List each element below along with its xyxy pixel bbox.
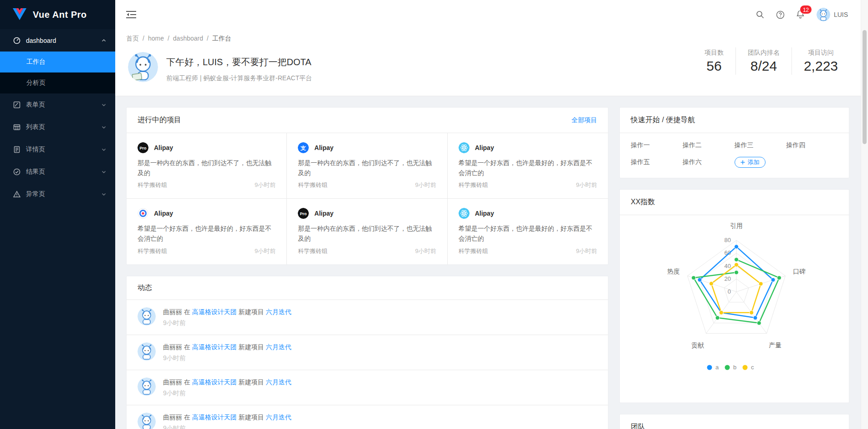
radar-card: XX指数 020406080引用口碑产量贡献热度abc [619,189,849,403]
sidebar-item-表单页[interactable]: 表单页 [0,93,115,116]
vue-logo-icon [12,7,27,22]
svg-text:0: 0 [728,288,731,295]
pro-logo-icon: Pro [138,142,148,153]
project-description: 那是一种内在的东西，他们到达不了，也无法触及的 [138,158,276,178]
sidebar-subitem-分析页[interactable]: 分析页 [0,72,115,93]
quick-link-操作五[interactable]: 操作五 [631,158,683,166]
breadcrumb-item-工作台: 工作台 [212,35,231,42]
project-title-link[interactable]: Alipay [475,210,494,217]
breadcrumb-item-home[interactable]: home [148,35,164,42]
radar-card-title: XX指数 [631,197,655,207]
quick-link-操作四[interactable]: 操作四 [786,141,838,150]
project-group-link[interactable]: 科学搬砖组 [459,181,488,189]
sidebar-subitem-工作台[interactable]: 工作台 [0,52,115,72]
project-group-link[interactable]: 科学搬砖组 [298,181,327,189]
projects-grid: Pro Alipay 那是一种内在的东西，他们到达不了，也无法触及的 科学搬砖组… [127,133,608,264]
project-group-link[interactable]: 科学搬砖组 [138,181,167,189]
project-title-link[interactable]: Alipay [314,144,333,151]
plus-icon [740,160,745,165]
alipay-icon: 支 [298,142,309,153]
activity-text: 曲丽丽 在 高逼格设计天团 新建项目 六月迭代 [163,342,291,351]
sidebar-item-label: 结果页 [26,168,45,176]
project-description: 那是一种内在的东西，他们到达不了，也无法触及的 [298,223,436,243]
sidebar-item-详情页[interactable]: 详情页 [0,138,115,160]
all-projects-link[interactable]: 全部项目 [572,116,597,124]
svg-text:产量: 产量 [769,341,781,349]
quick-link-操作一[interactable]: 操作一 [631,141,683,150]
project-title-link[interactable]: Alipay [154,144,173,151]
activity-project-link[interactable]: 六月迭代 [266,343,291,351]
project-updated-time: 9小时前 [415,247,436,255]
svg-text:a: a [715,364,719,371]
project-group-link[interactable]: 科学搬砖组 [138,247,167,255]
project-description: 希望是一个好东西，也许是最好的，好东西是不会消亡的 [459,223,597,243]
chevron-down-icon [102,191,106,198]
scrollbar-thumb[interactable] [863,30,867,144]
sidebar-item-dashboard[interactable]: dashboard [0,29,115,52]
quick-link-操作六[interactable]: 操作六 [683,158,735,166]
activity-project-link[interactable]: 六月迭代 [266,413,291,421]
question-circle-icon[interactable] [776,10,784,19]
sidebar-item-结果页[interactable]: 结果页 [0,160,115,183]
user-menu[interactable]: LUIS [817,8,848,21]
chevron-down-icon [102,124,106,131]
project-card: Pro Alipay 那是一种内在的东西，他们到达不了，也无法触及的 科学搬砖组… [287,199,447,264]
quick-link-操作二[interactable]: 操作二 [683,141,735,150]
project-title-link[interactable]: Alipay [314,210,333,217]
project-card: Alipay 希望是一个好东西，也许是最好的，好东西是不会消亡的 科学搬砖组 9… [448,199,608,264]
quick-link-操作三[interactable]: 操作三 [735,141,786,150]
activity-list: 曲丽丽 在 高逼格设计天团 新建项目 六月迭代 9小时前 曲丽丽 在 高逼格设计… [127,300,608,429]
activity-time: 9小时前 [163,354,291,362]
svg-text:80: 80 [725,237,731,243]
activity-group-link[interactable]: 高逼格设计天团 [192,413,237,421]
project-group-link[interactable]: 科学搬砖组 [459,247,488,255]
project-card: Pro Alipay 那是一种内在的东西，他们到达不了，也无法触及的 科学搬砖组… [127,133,287,199]
welcome-avatar [128,52,158,82]
project-title-link[interactable]: Alipay [475,144,494,151]
menu-fold-icon[interactable] [115,0,147,29]
sidebar-item-label: dashboard [26,37,56,44]
activity-project-link[interactable]: 六月迭代 [266,308,291,315]
activity-time: 9小时前 [163,389,291,398]
svg-text:贡献: 贡献 [691,341,705,349]
svg-text:Pro: Pro [139,146,147,150]
breadcrumb-separator: / [168,35,169,42]
stat-项目数: 项目数 56 [693,47,735,75]
project-updated-time: 9小时前 [415,181,436,189]
project-group-link[interactable]: 科学搬砖组 [298,247,327,255]
profile-icon [13,146,20,153]
quick-nav-title: 快速开始 / 便捷导航 [631,115,695,125]
quick-nav-links: 操作一操作二操作三操作四操作五操作六添加 [620,133,849,178]
chevron-down-icon [102,101,106,109]
app-logo[interactable]: Vue Ant Pro [0,0,115,29]
stat-项目访问: 项目访问 2,223 [791,47,850,75]
breadcrumb-item-dashboard[interactable]: dashboard [173,35,203,42]
activity-text: 曲丽丽 在 高逼格设计天团 新建项目 六月迭代 [163,413,291,422]
page-scrollbar[interactable] [861,0,868,429]
notification-bell[interactable]: 12 [796,10,805,20]
project-title-link[interactable]: Alipay [154,210,173,217]
sidebar-item-label: 异常页 [26,190,45,198]
stat-label: 团队内排名 [748,47,780,57]
sidebar-submenu: 工作台分析页 [0,52,115,93]
activity-item: 曲丽丽 在 高逼格设计天团 新建项目 六月迭代 9小时前 [127,300,608,335]
svg-text:40: 40 [725,263,731,269]
activity-group-link[interactable]: 高逼格设计天团 [192,378,237,386]
activity-avatar [138,377,156,396]
chevron-up-icon [102,37,106,44]
activity-avatar [138,307,156,326]
project-card: 支 Alipay 那是一种内在的东西，他们到达不了，也无法触及的 科学搬砖组 9… [287,133,447,199]
activity-group-link[interactable]: 高逼格设计天团 [192,343,237,351]
sidebar: Vue Ant Pro dashboard 工作台分析页 表单页 列表页 详情页… [0,0,115,429]
activity-group-link[interactable]: 高逼格设计天团 [192,308,237,315]
add-button[interactable]: 添加 [735,157,766,168]
sidebar-item-列表页[interactable]: 列表页 [0,116,115,138]
page-header: 首页/home/dashboard/工作台 下午好，LUIS，要不要打一把DOT… [115,29,861,96]
activity-project-link[interactable]: 六月迭代 [266,378,291,386]
search-icon[interactable] [756,10,764,19]
sidebar-item-异常页[interactable]: 异常页 [0,183,115,205]
react-icon [459,208,470,219]
warning-icon [13,191,20,198]
breadcrumb-item-首页[interactable]: 首页 [126,35,139,42]
dashboard-icon [13,37,20,44]
